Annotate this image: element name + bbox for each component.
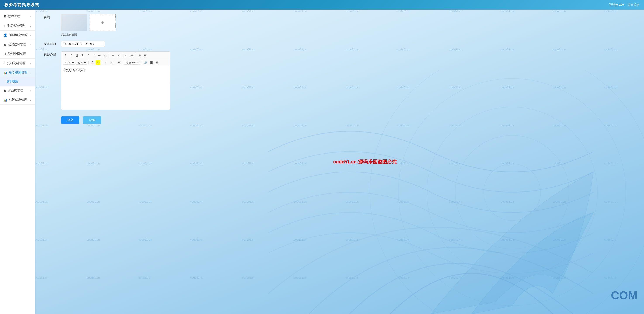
- button-row: 提交 取消: [44, 116, 196, 124]
- rich-text-editor: B I U S ❝ <> H1 H2 ≡ ≡ x2: [61, 51, 170, 110]
- svg-point-3: [455, 135, 569, 249]
- sidebar-item-comment[interactable]: 📊 点评信息管理 ∨: [0, 95, 35, 105]
- video-label: 视频: [44, 14, 61, 19]
- sidebar-label-interview: 资面试管理: [8, 88, 23, 92]
- sidebar-item-teacher[interactable]: ⊞ 教师管理 ∨: [0, 12, 35, 21]
- indent-button[interactable]: ⊞: [143, 53, 148, 58]
- toolbar-separator-6: [115, 61, 115, 64]
- intro-form-row: 视频介绍 B I U S ❝ <> H1 H2: [44, 51, 196, 110]
- h1-button[interactable]: H1: [97, 53, 102, 58]
- bullet-list-button[interactable]: ≡: [116, 53, 121, 58]
- sidebar-label-college: 学院名称管理: [7, 24, 25, 28]
- chart-icon: 📊: [4, 71, 7, 74]
- admin-label: 管理员 abo: [609, 3, 624, 7]
- video-add-button[interactable]: +: [90, 14, 116, 31]
- intro-label: 视频介绍: [44, 51, 61, 57]
- font-type-select[interactable]: 文本 标题: [76, 61, 87, 64]
- cancel-button[interactable]: 取消: [83, 116, 101, 124]
- underline-button[interactable]: U: [74, 53, 79, 58]
- video-form-row: 视频 + 点击上传视频: [44, 14, 196, 36]
- svg-point-2: [427, 107, 598, 278]
- grid-icon-4: ⊞: [4, 89, 6, 92]
- superscript-button[interactable]: x2: [130, 53, 134, 58]
- editor-toolbar-row1: B I U S ❝ <> H1 H2 ≡ ≡ x2: [61, 52, 170, 59]
- chevron-down-icon-8: ∨: [30, 99, 32, 101]
- sidebar-label-teacher: 教师管理: [8, 14, 20, 18]
- link-button[interactable]: 🔗: [143, 60, 148, 65]
- code-button[interactable]: <>: [92, 53, 96, 58]
- sidebar: ⊞ 教师管理 ∨ ≡ 学院名称管理 ∨ 👤 问题信息管理 ∨ ⊞ 教资信息管理: [0, 9, 35, 314]
- sidebar-item-college[interactable]: ≡ 学院名称管理 ∨: [0, 21, 35, 30]
- copyright-red: code51.cn-源码乐园盗图必究: [333, 159, 397, 165]
- grid-icon-3: ⊞: [4, 52, 6, 56]
- date-content: ⏱ 2022-04-19 16:45:10: [61, 41, 196, 47]
- bold-button[interactable]: B: [63, 53, 68, 58]
- submit-button[interactable]: 提交: [61, 116, 80, 124]
- ordered-list-button[interactable]: ≡: [110, 53, 115, 58]
- sidebar-label-edu: 教资信息管理: [8, 42, 26, 46]
- clock-icon: ⏱: [64, 42, 66, 45]
- sidebar-label-video-sub: 教学视频: [6, 80, 18, 83]
- outdent-button[interactable]: ⊟: [137, 53, 142, 58]
- header: 教资考前指导系统 管理员 abo 退出登录: [0, 0, 644, 9]
- sidebar-item-problem[interactable]: 👤 问题信息管理 ∨: [0, 30, 35, 40]
- sidebar-item-material-type[interactable]: ⊞ 资料类型管理: [0, 49, 35, 59]
- svg-point-0: [370, 70, 644, 314]
- com-badge: COM: [611, 290, 638, 301]
- sidebar-item-edu-info[interactable]: ⊞ 教资信息管理 ∨: [0, 40, 35, 49]
- chevron-down-icon-7: ∨: [30, 89, 32, 92]
- italic-button[interactable]: I: [69, 53, 74, 58]
- sidebar-item-interview[interactable]: ⊞ 资面试管理 ∨: [0, 86, 35, 95]
- clear-format-button[interactable]: Tx: [116, 60, 122, 65]
- align-justify-button[interactable]: ≡: [109, 60, 114, 65]
- header-right: 管理员 abo 退出登录: [609, 3, 640, 7]
- svg-point-1: [398, 78, 626, 306]
- toolbar-separator-1: [109, 54, 109, 57]
- intro-content: B I U S ❝ <> H1 H2 ≡ ≡ x2: [61, 51, 196, 110]
- date-value: 2022-04-19 16:45:10: [68, 42, 94, 45]
- sidebar-item-video-sub[interactable]: 教学视频: [0, 77, 35, 86]
- toolbar-separator-3: [136, 54, 136, 57]
- person-icon: 👤: [4, 33, 7, 37]
- text-color-button[interactable]: A: [90, 60, 95, 65]
- date-label: 发布日期: [44, 41, 61, 46]
- chevron-down-icon-4: ∨: [30, 43, 32, 46]
- wave-decoration: [218, 70, 644, 314]
- sidebar-label-problem: 问题信息管理: [9, 33, 27, 37]
- app-title: 教资考前指导系统: [4, 2, 39, 7]
- list-icon-2: ≡: [4, 61, 5, 65]
- layout: ⊞ 教师管理 ∨ ≡ 学院名称管理 ∨ 👤 问题信息管理 ∨ ⊞ 教资信息管理: [0, 9, 644, 314]
- grid-icon: ⊞: [4, 14, 6, 18]
- date-form-row: 发布日期 ⏱ 2022-04-19 16:45:10: [44, 41, 196, 47]
- image-button[interactable]: 🖼: [149, 60, 154, 65]
- svg-point-4: [484, 164, 540, 221]
- toolbar-separator-8: [142, 61, 142, 64]
- logout-button[interactable]: 退出登录: [628, 3, 640, 7]
- bg-color-button[interactable]: A: [96, 60, 100, 65]
- list-icon: ≡: [4, 24, 5, 27]
- sidebar-label-video: 教学视频管理: [9, 71, 27, 75]
- sidebar-item-video-mgmt[interactable]: 📊 教学视频管理 ∨: [0, 68, 35, 77]
- chevron-down-icon-6: ∨: [30, 71, 32, 74]
- font-family-select[interactable]: 标准字体 宋体 微软雅黑: [124, 61, 140, 64]
- date-input[interactable]: ⏱ 2022-04-19 16:45:10: [61, 41, 105, 47]
- upload-hint[interactable]: 点击上传视频: [61, 33, 196, 36]
- text-cursor: [84, 68, 85, 72]
- video-upload-area: +: [61, 14, 196, 31]
- grid-icon-2: ⊞: [4, 43, 6, 46]
- sidebar-label-material: 资料类型管理: [8, 52, 26, 56]
- align-center-button[interactable]: ≡: [103, 60, 108, 65]
- h2-button[interactable]: H2: [103, 53, 108, 58]
- sidebar-label-review: 复习资料管理: [7, 61, 25, 65]
- sidebar-item-review[interactable]: ≡ 复习资料管理 ∨: [0, 59, 35, 68]
- video-thumbnail: [61, 14, 87, 31]
- chevron-down-icon-2: ∨: [30, 24, 32, 27]
- font-size-select[interactable]: 14px 12px 16px 18px: [63, 61, 75, 64]
- quote-button[interactable]: ❝: [86, 53, 90, 58]
- toolbar-separator-4: [88, 61, 89, 64]
- strikethrough-button[interactable]: S: [80, 53, 85, 58]
- subscript-button[interactable]: x2: [124, 53, 128, 58]
- table-button[interactable]: ⊟: [154, 60, 159, 65]
- editor-body[interactable]: 视频介绍1测试: [61, 66, 170, 110]
- editor-content: 视频介绍1测试: [64, 68, 84, 72]
